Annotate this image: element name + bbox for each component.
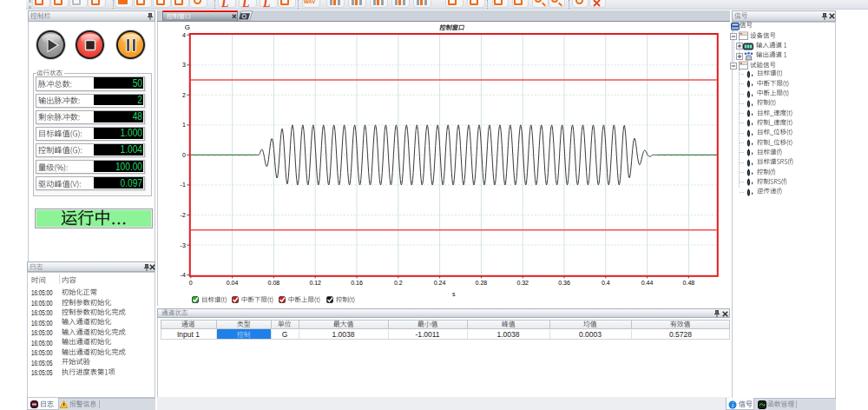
svg-text:0: 0	[182, 152, 186, 158]
svg-text:-1: -1	[181, 182, 186, 188]
svg-text:0.16: 0.16	[351, 280, 363, 286]
svg-text:0.36: 0.36	[558, 280, 570, 286]
svg-text:2: 2	[182, 92, 186, 98]
svg-text:-2: -2	[181, 212, 186, 218]
svg-text:0.28: 0.28	[476, 280, 488, 286]
svg-text:i: i	[732, 401, 733, 409]
svg-text:G: G	[185, 23, 190, 31]
svg-text:3: 3	[182, 62, 186, 68]
svg-text:0.2: 0.2	[394, 280, 403, 286]
svg-text:-4: -4	[181, 272, 186, 278]
svg-text:1: 1	[182, 122, 186, 128]
svg-text:0.48: 0.48	[683, 280, 695, 286]
svg-text:0.12: 0.12	[309, 280, 321, 286]
svg-text:0.32: 0.32	[516, 280, 529, 286]
svg-text:0.44: 0.44	[641, 280, 654, 286]
svg-text:0.08: 0.08	[268, 280, 280, 286]
svg-text:0: 0	[189, 280, 193, 286]
svg-text:0.04: 0.04	[227, 280, 239, 286]
svg-text:s: s	[452, 291, 456, 297]
svg-text:-3: -3	[181, 242, 186, 248]
svg-text:0.24: 0.24	[434, 280, 446, 286]
svg-text:4: 4	[182, 32, 186, 38]
svg-text:0.4: 0.4	[602, 280, 610, 286]
